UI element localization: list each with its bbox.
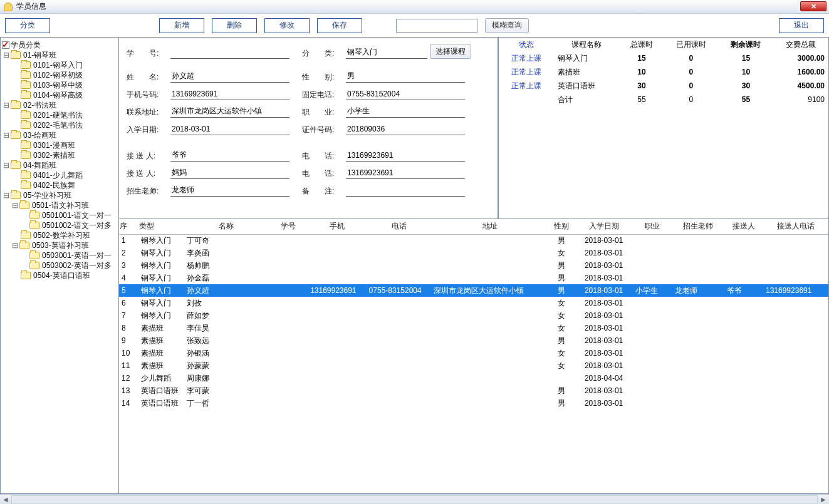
folder-icon [11,51,21,59]
course-row[interactable]: 正常上课素描班100101600.00 [499,65,828,79]
app-icon [4,3,13,11]
category-tree[interactable]: 学员分类 ⊟01-钢琴班 0101-钢琴入门 0102-钢琴初级 0103-钢琴… [0,38,119,494]
tree-node[interactable]: 0503002-英语一对多 [2,260,117,270]
input-student-no[interactable] [170,46,289,59]
tree-node[interactable]: ⊟04-舞蹈班 [2,160,117,170]
table-row[interactable]: 7钢琴入门薛如梦女2018-03-01 [119,309,828,322]
delete-button[interactable]: 删除 [212,18,257,33]
table-row[interactable]: 12少儿舞蹈周康娜2018-04-04 [119,372,828,384]
tree-node[interactable]: 0102-钢琴初级 [2,70,117,80]
col-phone[interactable]: 电话 [367,219,432,234]
col-seq[interactable]: 序 [119,219,138,234]
input-enroll[interactable] [170,123,289,135]
tree-node[interactable]: 0501002-语文一对多 [2,220,117,230]
col-escort[interactable]: 接送人 [724,219,763,234]
tree-node[interactable]: 0104-钢琴高级 [2,90,117,100]
exit-button[interactable]: 退出 [779,18,824,33]
input-mobile[interactable] [170,88,289,100]
col-enroll[interactable]: 入学日期 [575,219,633,234]
collapse-icon[interactable]: ⊟ [11,201,19,210]
category-button[interactable]: 分类 [5,18,50,33]
col-no[interactable]: 学号 [269,219,308,234]
student-grid-wrap[interactable]: 序 类型 名称 学号 手机 电话 地址 性别 入学日期 职业 招生老师 接送人 … [119,219,829,494]
folder-icon [21,111,31,119]
scroll-track[interactable] [11,495,818,504]
table-row[interactable]: 3钢琴入门杨帅鹏男2018-03-01 [119,259,828,272]
tree-node[interactable]: ⊟0503-英语补习班 [2,240,117,250]
table-row[interactable]: 5钢琴入门孙义超131699236910755-83152004深圳市龙岗区大运… [119,284,828,297]
tree-node[interactable]: ⊟01-钢琴班 [2,50,117,60]
col-course-name: 课程名称 [554,38,620,51]
input-recruiter[interactable] [170,184,289,197]
scroll-right-icon[interactable]: ► [818,495,829,504]
table-row[interactable]: 4钢琴入门孙金磊男2018-03-01 [119,272,828,284]
tree-node[interactable]: 0402-民族舞 [2,180,117,190]
table-row[interactable]: 11素描班孙蒙蒙女2018-03-01 [119,359,828,372]
col-recruiter[interactable]: 招生老师 [672,219,724,234]
table-row[interactable]: 6钢琴入门刘孜女2018-03-01 [119,297,828,309]
input-idno[interactable] [346,123,465,135]
table-row[interactable]: 8素描班李佳昊女2018-03-01 [119,322,828,334]
collapse-icon[interactable]: ⊟ [2,101,11,110]
collapse-icon[interactable]: ⊟ [2,131,11,140]
input-phone[interactable] [346,88,465,100]
tree-node[interactable]: 0301-漫画班 [2,140,117,150]
col-name[interactable]: 名称 [184,219,269,234]
tree-node[interactable]: 0503001-英语一对一 [2,250,117,260]
close-button[interactable]: ✕ [800,1,826,11]
table-row[interactable]: 2钢琴入门李炎函女2018-03-01 [119,247,828,259]
table-row[interactable]: 9素描班张致远男2018-03-01 [119,334,828,347]
input-name[interactable] [170,70,289,83]
course-row[interactable]: 正常上课英语口语班300304500.00 [499,79,828,93]
select-course-button[interactable]: 选择课程 [430,44,471,59]
tree-node[interactable]: ⊟02-书法班 [2,100,117,110]
folder-icon [21,81,31,89]
col-mobile[interactable]: 手机 [308,219,366,234]
sum-fee: 9100 [773,93,828,106]
table-row[interactable]: 13英语口语班李可蒙男2018-03-01 [119,384,828,397]
checkbox-icon[interactable] [2,41,9,49]
collapse-icon[interactable]: ⊟ [2,51,11,59]
col-escort-phone[interactable]: 接送人电话 [763,219,828,234]
input-escort2[interactable] [170,167,289,179]
scroll-left-icon[interactable]: ◄ [0,495,11,504]
fuzzy-search-button[interactable]: 模糊查询 [485,18,529,33]
collapse-icon[interactable]: ⊟ [2,191,11,200]
input-category[interactable] [346,46,427,59]
edit-button[interactable]: 修改 [264,18,310,33]
save-button[interactable]: 保存 [317,18,362,33]
tree-node[interactable]: ⊟03-绘画班 [2,130,117,140]
input-gender[interactable] [346,70,465,83]
tree-node[interactable]: ⊟0501-语文补习班 [2,200,117,210]
table-row[interactable]: 1钢琴入门丁可奇男2018-03-01 [119,234,828,247]
col-gender[interactable]: 性别 [548,219,575,234]
tree-node[interactable]: ⊟05-学业补习班 [2,190,117,200]
table-row[interactable]: 10素描班孙银涵女2018-03-01 [119,347,828,359]
tree-node[interactable]: 0504-英语口语班 [2,270,117,280]
tree-node[interactable]: 0501001-语文一对一 [2,210,117,220]
col-address[interactable]: 地址 [431,219,548,234]
tree-node[interactable]: 0502-数学补习班 [2,230,117,240]
tree-node[interactable]: 0201-硬笔书法 [2,110,117,120]
tree-node[interactable]: 0101-钢琴入门 [2,60,117,70]
collapse-icon[interactable]: ⊟ [2,161,11,170]
tree-root[interactable]: 学员分类 [2,40,117,50]
tree-node[interactable]: 0401-少儿舞蹈 [2,170,117,180]
col-vocation[interactable]: 职业 [633,219,672,234]
input-remark[interactable] [346,184,465,197]
table-row[interactable]: 14英语口语班丁一哲男2018-03-01 [119,397,828,409]
course-row[interactable]: 正常上课钢琴入门150153000.00 [499,51,828,65]
input-escort-phone1[interactable] [346,149,465,162]
add-button[interactable]: 新增 [159,18,204,33]
input-escort1[interactable] [170,149,289,162]
search-input[interactable] [396,19,477,33]
col-type[interactable]: 类型 [138,219,184,234]
collapse-icon[interactable]: ⊟ [11,241,19,250]
input-escort-phone2[interactable] [346,167,465,179]
folder-icon [11,162,21,169]
input-address[interactable] [170,105,289,118]
input-vocation[interactable] [346,105,465,118]
tree-node[interactable]: 0302-素描班 [2,150,117,160]
tree-node[interactable]: 0202-毛笔书法 [2,120,117,130]
tree-node[interactable]: 0103-钢琴中级 [2,80,117,90]
